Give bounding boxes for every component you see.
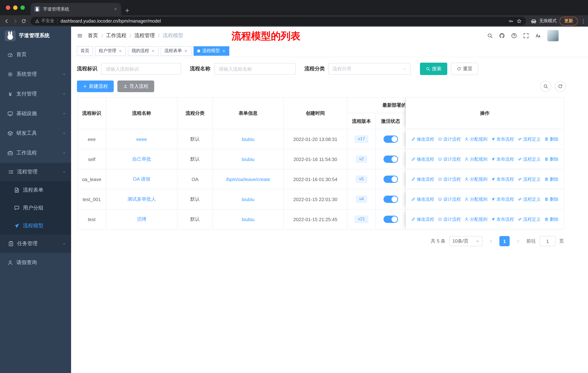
reset-button[interactable]: 重置 — [451, 63, 478, 75]
active-toggle[interactable] — [383, 176, 398, 183]
password-key-icon[interactable] — [509, 18, 514, 23]
security-chip[interactable]: 不安全 — [35, 18, 54, 24]
sidebar-item-process-form[interactable]: 流程表单 — [0, 181, 71, 199]
action-delete-link[interactable]: 删除 — [544, 216, 558, 222]
action-modify-link[interactable]: 修改流程 — [411, 156, 434, 162]
process-name-link[interactable]: 滔博 — [137, 216, 146, 222]
action-definition-link[interactable]: 流程定义 — [518, 196, 541, 202]
action-delete-link[interactable]: 删除 — [544, 196, 558, 202]
action-publish-link[interactable]: 发布流程 — [491, 196, 514, 202]
category-select[interactable]: 流程分类 — [328, 63, 410, 75]
tag-process-model[interactable]: 流程模型 — [194, 46, 229, 56]
action-publish-link[interactable]: 发布流程 — [491, 156, 514, 162]
github-icon[interactable] — [499, 33, 505, 39]
process-name-link[interactable]: 测试多审批人 — [127, 196, 156, 202]
reload-button[interactable] — [21, 18, 26, 23]
action-delete-link[interactable]: 删除 — [544, 176, 558, 182]
action-definition-link[interactable]: 流程定义 — [518, 176, 541, 182]
action-modify-link[interactable]: 修改流程 — [411, 216, 434, 222]
close-icon[interactable] — [184, 49, 188, 53]
form-link[interactable]: biubiu — [242, 217, 254, 222]
zoom-window-button[interactable] — [21, 5, 25, 10]
breadcrumb-home[interactable]: 首页 — [88, 32, 98, 39]
tag-tenant[interactable]: 租户管理 — [95, 46, 126, 56]
sidebar-item-process-model[interactable]: 流程模型 — [0, 217, 71, 235]
action-modify-link[interactable]: 修改流程 — [411, 136, 434, 142]
action-definition-link[interactable]: 流程定义 — [518, 136, 541, 142]
active-toggle[interactable] — [383, 135, 398, 143]
action-publish-link[interactable]: 发布流程 — [491, 216, 514, 222]
forward-button[interactable] — [12, 18, 18, 24]
avatar[interactable] — [547, 30, 559, 41]
action-definition-link[interactable]: 流程定义 — [518, 156, 541, 162]
sidebar-item-devtools[interactable]: 研发工具 — [0, 123, 71, 143]
sidebar-item-home[interactable]: 首页 — [0, 45, 71, 64]
new-tab-button[interactable] — [125, 8, 130, 13]
tag-home[interactable]: 首页 — [77, 46, 93, 56]
browser-menu-button[interactable]: ⋮ — [581, 18, 584, 24]
process-name-input[interactable] — [214, 63, 296, 75]
process-name-link[interactable]: OA 请假 — [133, 176, 150, 182]
process-key-input[interactable] — [101, 63, 181, 75]
form-link[interactable]: biubiu — [242, 197, 254, 202]
goto-page-input[interactable] — [539, 236, 556, 246]
url-text[interactable]: dashboard.yudao.iocoder.cn/bpm/manager/m… — [61, 18, 506, 23]
close-icon[interactable] — [222, 49, 226, 53]
action-assign-link[interactable]: 分配规则 — [464, 136, 487, 142]
fullscreen-icon[interactable] — [523, 33, 529, 39]
active-toggle[interactable] — [383, 196, 398, 203]
action-modify-link[interactable]: 修改流程 — [411, 176, 434, 182]
font-size-icon[interactable] — [535, 33, 541, 39]
action-design-link[interactable]: 设计流程 — [438, 196, 461, 202]
browser-update-button[interactable]: 更新 — [560, 17, 578, 25]
action-delete-link[interactable]: 删除 — [544, 156, 558, 162]
current-page-button[interactable]: 1 — [499, 236, 510, 246]
action-design-link[interactable]: 设计流程 — [438, 176, 461, 182]
process-name-link[interactable]: 自己审批 — [132, 156, 151, 162]
import-process-button[interactable]: 导入流程 — [117, 81, 154, 92]
process-name-link[interactable]: eeee — [136, 136, 147, 142]
search-button[interactable]: 搜索 — [420, 63, 447, 75]
tag-my-process[interactable]: 我的流程 — [128, 46, 158, 56]
action-design-link[interactable]: 设计流程 — [438, 216, 461, 222]
action-publish-link[interactable]: 发布流程 — [491, 136, 514, 142]
sidebar-item-workflow[interactable]: 工作流程 — [0, 143, 71, 163]
refresh-table-button[interactable] — [555, 81, 566, 92]
help-icon[interactable] — [511, 33, 517, 39]
close-tab-icon[interactable] — [114, 7, 117, 11]
sidebar-item-leave-query[interactable]: 请假查询 — [0, 253, 71, 272]
sidebar-item-process-mgmt[interactable]: 流程管理 — [0, 163, 71, 181]
sidebar-item-payment[interactable]: ¥ 支付管理 — [0, 84, 71, 104]
prev-page-button[interactable] — [486, 236, 496, 246]
sidebar-item-task-mgmt[interactable]: 任务管理 — [0, 235, 71, 253]
close-window-button[interactable] — [6, 5, 10, 10]
form-link[interactable]: biubiu — [242, 156, 254, 162]
toggle-search-button[interactable] — [540, 81, 551, 92]
back-button[interactable] — [4, 18, 10, 24]
action-assign-link[interactable]: 分配规则 — [464, 156, 487, 162]
action-definition-link[interactable]: 流程定义 — [518, 216, 541, 222]
action-assign-link[interactable]: 分配规则 — [464, 196, 487, 202]
breadcrumb-workflow[interactable]: 工作流程 — [106, 32, 126, 39]
bookmark-star-icon[interactable] — [516, 18, 522, 23]
action-publish-link[interactable]: 发布流程 — [491, 176, 514, 182]
next-page-button[interactable] — [513, 236, 523, 246]
create-process-button[interactable]: 新建流程 — [77, 81, 114, 92]
minimize-window-button[interactable] — [13, 5, 18, 10]
action-assign-link[interactable]: 分配规则 — [464, 216, 487, 222]
action-design-link[interactable]: 设计流程 — [438, 136, 461, 142]
action-delete-link[interactable]: 删除 — [544, 136, 558, 142]
active-toggle[interactable] — [383, 156, 398, 163]
form-link[interactable]: /bpm/oa/leave/create — [226, 176, 270, 182]
action-assign-link[interactable]: 分配规则 — [464, 176, 487, 182]
tag-process-form[interactable]: 流程表单 — [161, 46, 191, 56]
hamburger-icon[interactable] — [77, 33, 83, 39]
page-size-select[interactable]: 10条/页 — [449, 236, 483, 246]
search-icon[interactable] — [487, 33, 493, 39]
sidebar-item-system[interactable]: 系统管理 — [0, 64, 71, 84]
action-modify-link[interactable]: 修改流程 — [411, 196, 434, 202]
address-bar[interactable]: 不安全 dashboard.yudao.iocoder.cn/bpm/manag… — [31, 17, 526, 25]
active-toggle[interactable] — [383, 216, 398, 223]
close-icon[interactable] — [151, 49, 155, 53]
sidebar-item-infra[interactable]: 基础设施 — [0, 104, 71, 123]
